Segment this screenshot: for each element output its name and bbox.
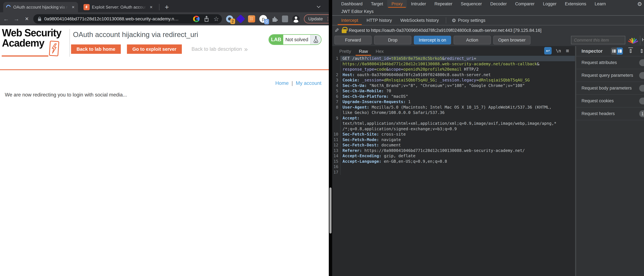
- expand-all-icon[interactable]: ⇕: [628, 48, 633, 54]
- menu-item-extensions[interactable]: Extensions: [561, 0, 590, 8]
- layout-right-icon[interactable]: [617, 48, 623, 55]
- action-button[interactable]: Action: [454, 36, 491, 45]
- inspector-section-request-body-parameters[interactable]: Request body parameters: [576, 82, 644, 95]
- request-line[interactable]: response_type=code&scope=openid%20profil…: [332, 67, 575, 72]
- collapse-all-icon[interactable]: ⇕: [640, 48, 644, 54]
- sidepanel-icon[interactable]: [282, 16, 288, 22]
- request-line[interactable]: 5Sec-Ch-Ua-Mobile: ?0: [332, 88, 575, 94]
- inspector-section-request-cookies[interactable]: Request cookies: [576, 95, 644, 107]
- line-text: text/html,application/xhtml+xml,applicat…: [340, 121, 575, 126]
- inspector-section-request-attributes[interactable]: Request attributes: [576, 56, 644, 69]
- request-line[interactable]: 11Sec-Fetch-Mode: navigate: [332, 137, 575, 143]
- subtab-websockets-history[interactable]: WebSockets history: [396, 16, 443, 25]
- go-to-exploit-server-button[interactable]: Go to exploit server: [127, 45, 182, 54]
- extensions-puzzle-icon[interactable]: [271, 15, 278, 23]
- section-count-badge: [639, 72, 644, 79]
- open-browser-button[interactable]: Open browser: [493, 36, 530, 45]
- request-line[interactable]: 4Sec-Ch-Ua: "Not?A_Brand";v="8", "Chromi…: [332, 83, 575, 88]
- bookmark-star-icon[interactable]: ☆: [214, 15, 219, 23]
- extension-orange-icon[interactable]: ☷: [248, 15, 255, 23]
- word-wrap-toggle-icon[interactable]: ↩: [544, 47, 552, 55]
- extension-proxy-icon[interactable]: 2: [226, 15, 233, 23]
- stop-loading-button[interactable]: ×: [22, 15, 32, 22]
- request-line[interactable]: 6Sec-Ch-Ua-Platform: "macOS": [332, 94, 575, 99]
- menu-item-comparer[interactable]: Comparer: [511, 0, 539, 8]
- menu-item-sequencer[interactable]: Sequencer: [456, 0, 486, 8]
- menu-item-target[interactable]: Target: [367, 0, 387, 8]
- request-line[interactable]: https://0a980041046bd771c28d12c100130088…: [332, 61, 575, 67]
- request-line[interactable]: 1GET /auth?client_id=t01m58r8e75mz8c5brk…: [332, 56, 575, 61]
- tab-close-icon[interactable]: ×: [70, 4, 76, 10]
- forward-button[interactable]: →: [11, 16, 22, 22]
- home-link[interactable]: Home: [275, 80, 289, 86]
- menu-item-decoder[interactable]: Decoder: [486, 0, 511, 8]
- request-line[interactable]: 15Accept-Language: en-GB,en-US;q=0.9,en;…: [332, 159, 575, 164]
- scrollbar-thumb[interactable]: [330, 187, 332, 233]
- settings-gear-icon[interactable]: ⚙: [636, 0, 643, 8]
- request-editor[interactable]: PrettyRawHex ↩ \n ≡ 1GET /auth?client_id…: [332, 46, 575, 276]
- share-icon[interactable]: [204, 16, 209, 22]
- http-request-text[interactable]: 1GET /auth?client_id=t01m58r8e75mz8c5brk…: [332, 56, 575, 276]
- line-text: /*;q=0.8,application/signed-exchange;v=b…: [340, 126, 575, 132]
- editor-tab-pretty[interactable]: Pretty: [336, 47, 355, 56]
- request-line[interactable]: 8User-Agent: Mozilla/5.0 (Macintosh; Int…: [332, 105, 575, 110]
- google-icon[interactable]: [193, 16, 200, 22]
- request-line[interactable]: 3Cookie: _session=dRnlsqiaiSQbbT5qAU_SG;…: [332, 77, 575, 83]
- highlight-color-icon[interactable]: [629, 37, 636, 44]
- back-button[interactable]: ←: [1, 16, 11, 22]
- my-account-link[interactable]: My account: [296, 80, 321, 86]
- request-line[interactable]: like Gecko) Chrome/108.0.0.0 Safari/537.…: [332, 110, 575, 115]
- section-label: Request body parameters: [582, 86, 632, 91]
- line-number: 9: [332, 115, 340, 121]
- extension-p-icon[interactable]: p 0: [259, 15, 267, 23]
- request-line[interactable]: text/html,application/xhtml+xml,applicat…: [332, 121, 575, 126]
- request-line[interactable]: 2Host: oauth-0a370096040dd78fc2a9109f024…: [332, 72, 575, 78]
- menu-item-dashboard[interactable]: Dashboard: [337, 0, 367, 8]
- menu-item-jwt-editor-keys[interactable]: JWT Editor Keys: [337, 9, 378, 14]
- inspector-layout-toggle[interactable]: [611, 48, 623, 55]
- comment-input[interactable]: [571, 36, 625, 44]
- intercept-is-on-button[interactable]: Intercept is on: [414, 36, 451, 45]
- subtab-intercept[interactable]: Intercept: [337, 16, 362, 25]
- request-line[interactable]: 7Upgrade-Insecure-Requests: 1: [332, 99, 575, 105]
- forward-button[interactable]: Forward: [334, 36, 372, 45]
- update-button[interactable]: Update ⋮: [304, 14, 332, 24]
- editor-menu-icon[interactable]: ≡: [566, 48, 569, 54]
- tab-list-chevron-down-icon[interactable]: [317, 5, 321, 9]
- request-line[interactable]: 13Referer: https://0a980041046bd771c28d1…: [332, 148, 575, 153]
- editor-tab-raw[interactable]: Raw: [355, 47, 372, 56]
- back-to-lab-description-link[interactable]: Back to lab description »: [192, 45, 247, 54]
- request-line[interactable]: 17: [332, 169, 575, 175]
- tab-exploit-server[interactable]: Exploit Server: OAuth account ×: [81, 2, 156, 12]
- layout-left-icon[interactable]: [611, 48, 617, 55]
- address-bar[interactable]: 0a980041046bd771c28d12c100130088.web-sec…: [33, 14, 222, 24]
- request-line[interactable]: 9Accept:: [332, 115, 575, 121]
- line-number: 11: [332, 137, 340, 143]
- menu-item-repeater[interactable]: Repeater: [430, 0, 456, 8]
- line-number: [332, 110, 340, 115]
- menu-item-logger[interactable]: Logger: [539, 0, 561, 8]
- subtab-http-history[interactable]: HTTP history: [362, 16, 396, 25]
- inspector-section-request-query-parameters[interactable]: Request query parameters: [576, 69, 644, 82]
- request-line[interactable]: 12Sec-Fetch-Dest: document: [332, 142, 575, 148]
- profile-avatar[interactable]: [292, 15, 300, 23]
- request-line[interactable]: 14Accept-Encoding: gzip, deflate: [332, 153, 575, 159]
- back-to-lab-home-button[interactable]: Back to lab home: [71, 45, 121, 54]
- new-tab-button[interactable]: +: [162, 3, 171, 12]
- menu-item-proxy[interactable]: Proxy: [387, 0, 407, 8]
- menu-item-learn[interactable]: Learn: [590, 0, 610, 8]
- request-line[interactable]: /*;q=0.8,application/signed-exchange;v=b…: [332, 126, 575, 132]
- tab-close-icon[interactable]: ×: [148, 4, 154, 10]
- menu-item-intruder[interactable]: Intruder: [407, 0, 430, 8]
- inspector-section-request-headers[interactable]: Request headers1: [576, 107, 644, 120]
- line-number: 17: [332, 169, 340, 175]
- editor-tab-hex[interactable]: Hex: [372, 47, 388, 56]
- show-newlines-toggle[interactable]: \n: [556, 48, 561, 53]
- request-line[interactable]: 10Sec-Fetch-Site: cross-site: [332, 132, 575, 137]
- proxy-settings-button[interactable]: ⚙Proxy settings: [449, 16, 488, 25]
- tab-lab-page[interactable]: OAuth account hijacking via re ×: [3, 2, 78, 12]
- request-line[interactable]: 16: [332, 164, 575, 169]
- drop-button[interactable]: Drop: [374, 36, 411, 45]
- extension-diamond-icon[interactable]: [238, 16, 244, 22]
- line-number: 15: [332, 159, 340, 164]
